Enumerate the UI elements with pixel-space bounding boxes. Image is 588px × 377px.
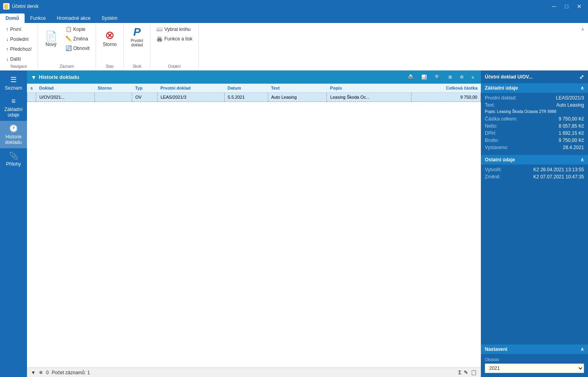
panel-section-header-nastaveni[interactable]: Nastavení ∧ xyxy=(481,344,588,354)
btn-obnovit[interactable]: 🔄 Obnovit xyxy=(63,44,92,53)
btn-zmena[interactable]: ✏️ Změna xyxy=(63,34,92,43)
tab-domu[interactable]: Domů xyxy=(0,13,25,23)
attachment-icon: 📎 xyxy=(9,151,18,160)
stav-label: Stav xyxy=(106,64,114,69)
cell-typ: OV xyxy=(132,93,158,102)
snowflake-icon: ❄ xyxy=(39,370,43,375)
panel-section-zakladni-udaje: Základní údaje ∧ Prvotní doklad: LEAS/20… xyxy=(481,83,588,154)
collapse-ostatni-icon: ∧ xyxy=(580,157,584,163)
zaznam-buttons: 📄 Nový 📋 Kopie ✏️ Změna 🔄 Obnovit xyxy=(41,25,92,63)
history-search-button[interactable]: 🔍 xyxy=(432,73,443,81)
col-header-popis[interactable]: Popis xyxy=(327,84,411,93)
info-icon: ≡ xyxy=(12,97,16,105)
btn-vybrat-knihu[interactable]: 📖 Vybrat knihu xyxy=(154,25,195,34)
sidebar-item-prilohy[interactable]: 📎 Přílohy xyxy=(0,148,27,170)
panel-section-header-zakladni[interactable]: Základní údaje ∧ xyxy=(481,83,588,93)
sidebar-item-zakladni-udaje[interactable]: ≡ Základníúdaje xyxy=(0,94,27,121)
btn-novy[interactable]: 📄 Nový xyxy=(41,25,61,49)
panel-expand-icon[interactable]: ⤢ xyxy=(579,74,584,80)
ribbon-group-zaznam: 📄 Nový 📋 Kopie ✏️ Změna 🔄 Obnovit xyxy=(38,25,96,69)
zaznam-small-buttons: 📋 Kopie ✏️ Změna 🔄 Obnovit xyxy=(63,25,92,53)
panel-row-zmenil: Změnil: K2 07.07.2021 10:47:35 xyxy=(485,174,584,180)
col-header-typ[interactable]: Typ xyxy=(132,84,158,93)
btn-prvni[interactable]: ↑ První xyxy=(3,25,35,34)
history-menu-button[interactable]: ≡ xyxy=(469,73,477,81)
cell-doklad: U/OV/2021... xyxy=(36,93,95,102)
panel-spacer xyxy=(481,184,588,344)
collapse-nastaveni-icon: ∧ xyxy=(580,346,584,352)
col-header-storno[interactable]: Storno xyxy=(94,84,132,93)
filter-count: 0 xyxy=(46,370,49,375)
ribbon-content: ↑ První ↓ Poslední ↑ Předchozí ↓ Další N… xyxy=(0,23,588,70)
panel-section-content-zakladni: Prvotní doklad: LEAS/2021/3 Text: Auto L… xyxy=(481,93,588,154)
up2-icon: ↑ xyxy=(6,46,9,52)
ribbon-group-navigace: ↑ První ↓ Poslední ↑ Předchozí ↓ Další N… xyxy=(0,25,38,69)
title-bar: Účetní deník ─ □ ✕ xyxy=(0,0,588,13)
sidebar-item-seznam[interactable]: ☰ Seznam xyxy=(0,72,27,94)
history-settings-button[interactable]: ⚙ xyxy=(457,73,467,81)
ribbon-group-ostatni: 📖 Vybrat knihu 🖨️ Funkce a tisk Ostatní xyxy=(150,25,199,69)
panel-row-dph: DPH: 1 692,15 Kč xyxy=(485,130,584,136)
main-layout: ☰ Seznam ≡ Základníúdaje 🕐 Historiedokla… xyxy=(0,71,588,377)
history-chart-button[interactable]: 📊 xyxy=(419,73,430,81)
up-icon: ↑ xyxy=(6,26,9,32)
btn-dalsi[interactable]: ↓ Další xyxy=(3,54,35,63)
cell-prvotni-doklad: LEAS/2021/3 xyxy=(157,93,224,102)
app-title: Účetní deník xyxy=(12,4,38,9)
panel-row-text: Text: Auto Leasing xyxy=(485,102,584,108)
cell-celkova-castka: 9 750,00 xyxy=(411,93,480,102)
col-header-doklad[interactable]: Doklad xyxy=(36,84,95,93)
filter-status-icon[interactable]: ▼ xyxy=(31,370,36,375)
panel-row-castka-celkem: Částka celkem: 9 750,00 Kč xyxy=(485,116,584,122)
col-header-datum[interactable]: Datum xyxy=(224,84,268,93)
app-icon xyxy=(3,3,10,10)
tab-system[interactable]: Systém xyxy=(96,13,123,23)
history-table-container: s Doklad Storno Typ Prvotní doklad Datum… xyxy=(27,84,481,367)
content-area: ▼ Historie dokladu 🖨️ 📊 🔍 ⊞ ⚙ ≡ s Doklad xyxy=(27,71,481,377)
prvotni-icon: P xyxy=(133,27,141,38)
sum-button[interactable]: Σ xyxy=(458,369,461,375)
col-header-prvotni-doklad[interactable]: Prvotní doklad xyxy=(157,84,224,93)
edit-status-button[interactable]: ✎ xyxy=(464,369,468,375)
ribbon-collapse-button[interactable]: ∧ xyxy=(579,26,586,32)
refresh-icon: 🔄 xyxy=(65,45,72,51)
panel-section-content-ostatni: Vytvořil: K2 28.04.2021 13:13:55 Změnil:… xyxy=(481,165,588,184)
ribbon-group-stav: ⊗ Storno Stav xyxy=(96,25,124,69)
minimize-button[interactable]: ─ xyxy=(548,2,559,11)
tab-funkce[interactable]: Funkce xyxy=(25,13,51,23)
history-print-button[interactable]: 🖨️ xyxy=(405,73,416,81)
filter-icon: ▼ xyxy=(31,74,37,80)
history-columns-button[interactable]: ⊞ xyxy=(446,73,455,81)
panel-section-header-ostatni[interactable]: Ostatní údaje ∧ xyxy=(481,155,588,165)
btn-kopie[interactable]: 📋 Kopie xyxy=(63,25,92,34)
ribbon: Domů Funkce Hromadné akce Systém ↑ První… xyxy=(0,13,588,71)
history-title: Historie dokladu xyxy=(39,74,79,80)
status-bar-right: Σ ✎ 📋 xyxy=(458,369,477,375)
close-button[interactable]: ✕ xyxy=(574,2,585,11)
storno-icon: ⊗ xyxy=(105,30,114,41)
col-header-celkova-castka[interactable]: Celková částka xyxy=(411,84,480,93)
col-header-text[interactable]: Text xyxy=(268,84,327,93)
panel-popis: Popis: Leasing Škoda Octavia 2TR 9988 xyxy=(485,109,584,114)
tab-hromadne[interactable]: Hromadné akce xyxy=(51,13,96,23)
nastaveni-period-select[interactable]: 2021 2020 2019 xyxy=(485,364,584,373)
history-table: s Doklad Storno Typ Prvotní doklad Datum… xyxy=(27,84,481,102)
cell-datum: 5.5.2021 xyxy=(224,93,268,102)
btn-prvotni[interactable]: P Prvotnídoklad xyxy=(127,25,147,49)
cell-text: Auto Leasing xyxy=(268,93,327,102)
table-row[interactable]: U/OV/2021... OV LEAS/2021/3 5.5.2021 Aut… xyxy=(27,93,481,102)
btn-storno[interactable]: ⊗ Storno xyxy=(99,25,120,49)
btn-funkce-tisk[interactable]: 🖨️ Funkce a tisk xyxy=(154,34,195,43)
btn-posledni[interactable]: ↓ Poslední xyxy=(3,34,35,44)
sidebar-item-historie-dokladu[interactable]: 🕐 Historiedokladu xyxy=(0,121,27,148)
table-header-row: s Doklad Storno Typ Prvotní doklad Datum… xyxy=(27,84,481,93)
btn-predchozi[interactable]: ↑ Předchozí xyxy=(3,44,35,54)
window-controls: ─ □ ✕ xyxy=(548,2,585,11)
export-status-button[interactable]: 📋 xyxy=(471,369,477,375)
maximize-button[interactable]: □ xyxy=(561,2,572,11)
cell-popis: Leasing Škoda Oc... xyxy=(327,93,411,102)
panel-section-ostatni-udaje: Ostatní údaje ∧ Vytvořil: K2 28.04.2021 … xyxy=(481,155,588,184)
list-icon: ☰ xyxy=(10,75,17,84)
panel-title: Účetní doklad U/OV... xyxy=(485,74,532,80)
history-icon: 🕐 xyxy=(9,124,18,133)
